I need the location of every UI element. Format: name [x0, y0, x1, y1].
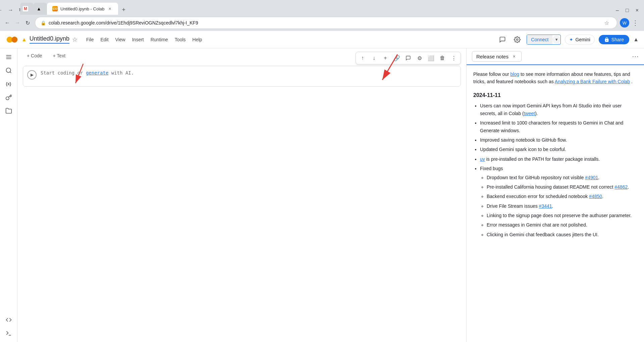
cell-toolbar-wrapper: ↑ ↓ + 🔗 ⚙ ⬜ 🗑 ⋮	[23, 66, 461, 87]
menu-tools[interactable]: Tools	[171, 35, 189, 44]
sidebar-icon-search[interactable]	[3, 64, 15, 77]
share-btn[interactable]: Share	[599, 35, 629, 44]
cell-settings-btn[interactable]: ⚙	[414, 53, 425, 63]
add-text-btn[interactable]: + Text	[49, 51, 70, 60]
cell-expand-btn[interactable]: ⬜	[426, 53, 436, 63]
menu-runtime[interactable]: Runtime	[147, 35, 171, 44]
close-btn[interactable]: ×	[633, 6, 641, 15]
cell-move-up-btn[interactable]: ↑	[357, 53, 368, 63]
comment-icon	[406, 55, 411, 61]
collapse-panel-btn[interactable]: ▲	[633, 37, 639, 43]
tweet-link[interactable]: tweet	[524, 111, 535, 116]
menu-view[interactable]: View	[112, 35, 129, 44]
colab-logo	[5, 33, 19, 46]
intro-end: .	[631, 79, 633, 84]
bug-4901: Dropdown text for GitHub repository not …	[487, 174, 637, 181]
minimize-btn[interactable]: –	[613, 6, 622, 15]
new-tab-btn[interactable]: +	[119, 5, 128, 15]
cell-placeholder-suffix: with AI.	[111, 70, 134, 76]
header-menu: File Edit View Insert Runtime Tools Help	[83, 35, 205, 44]
menu-file[interactable]: File	[83, 35, 97, 44]
bullet-gemini-icon: Updated Gemini spark icon to be colorful…	[480, 146, 637, 153]
release-date: 2024-11-11	[473, 91, 637, 100]
release-notes-header: Release notes × ⋯	[467, 48, 644, 65]
cell-toolbar: ↑ ↓ + 🔗 ⚙ ⬜ 🗑 ⋮	[356, 52, 461, 64]
release-notes-close-btn[interactable]: ×	[511, 53, 517, 59]
cell-add-btn[interactable]: +	[380, 53, 391, 63]
issue-4901[interactable]: #4901	[585, 175, 598, 180]
tab-title: Untitled0.ipynb - Colab	[60, 6, 105, 11]
cell-code-content[interactable]: Start coding or generate with AI.	[41, 70, 457, 76]
svg-point-6	[6, 68, 10, 72]
intro-text: Please follow our	[473, 71, 509, 77]
release-notes-content: Please follow our blog to see more infor…	[467, 65, 644, 342]
folder-icon	[5, 107, 12, 114]
connect-btn[interactable]: Connect	[527, 35, 552, 44]
connect-dropdown-btn[interactable]: ▾	[552, 36, 560, 44]
sidebar-icon-code-editor[interactable]	[3, 314, 15, 326]
tab-back-btn[interactable]: ←	[0, 5, 4, 15]
code-cell[interactable]: ▶ Start coding or generate with AI.	[23, 66, 461, 87]
gemini-star-icon: ✦	[569, 37, 573, 42]
sidebar-icon-files[interactable]	[3, 105, 15, 117]
issue-4850[interactable]: #4850	[589, 194, 602, 199]
sidebar-icon-terminal[interactable]	[3, 327, 15, 339]
main-content: + Code + Text ↑ ↓ + 🔗 ⚙ ⬜	[17, 48, 466, 342]
settings-btn[interactable]	[512, 34, 523, 45]
address-bar-row: ← → ↻ 🔒 colab.research.google.com/drive/…	[0, 15, 644, 31]
reload-btn[interactable]: ↻	[23, 18, 32, 28]
address-bar[interactable]: 🔒 colab.research.google.com/drive/1Ehdj9…	[35, 17, 617, 29]
key-icon	[5, 94, 12, 101]
comments-icon	[499, 36, 506, 43]
menu-insert[interactable]: Insert	[129, 35, 147, 44]
tab-close-btn[interactable]: ×	[107, 6, 113, 11]
lock-icon: 🔒	[41, 20, 46, 26]
blog-link[interactable]: blog	[511, 71, 519, 77]
generate-link[interactable]: generate	[86, 70, 108, 76]
drive-tab[interactable]: ▲	[34, 3, 47, 15]
cell-move-down-btn[interactable]: ↓	[369, 53, 379, 63]
maximize-btn[interactable]: □	[623, 6, 632, 15]
forward-btn[interactable]: →	[13, 18, 22, 28]
add-code-btn[interactable]: + Code	[23, 51, 46, 60]
code-editor-icon	[5, 316, 12, 323]
sidebar-icon-secrets[interactable]	[3, 91, 15, 103]
issue-3441[interactable]: #3441	[539, 203, 552, 209]
tab-bar: ← → ↻ M ▲ CO Untitled0.ipynb - Colab × +…	[0, 0, 644, 15]
comments-btn[interactable]	[497, 34, 508, 45]
sidebar-icon-variables[interactable]: {x}	[3, 78, 15, 90]
run-cell-btn[interactable]: ▶	[27, 70, 37, 80]
panel-more-btn[interactable]: ⋯	[632, 52, 639, 60]
cell-delete-btn[interactable]: 🗑	[437, 53, 448, 63]
play-icon: ▶	[31, 72, 34, 77]
menu-help[interactable]: Help	[189, 35, 206, 44]
colab-app: ▲ Untitled0.ipynb ☆ File Edit View Inser…	[0, 31, 644, 342]
browser-profile-avatar[interactable]: W	[620, 18, 629, 28]
star-icon[interactable]: ☆	[72, 36, 77, 43]
release-notes-tab[interactable]: Release notes ×	[472, 51, 522, 62]
connect-btn-group: Connect ▾	[527, 35, 561, 45]
cell-comment-btn[interactable]	[403, 53, 414, 63]
issue-4862[interactable]: #4862	[614, 184, 628, 190]
search-icon	[5, 67, 12, 74]
back-btn[interactable]: ←	[3, 18, 12, 28]
bookmark-icon[interactable]: ☆	[602, 18, 611, 28]
cell-more-btn[interactable]: ⋮	[448, 53, 459, 63]
colab-tab[interactable]: CO Untitled0.ipynb - Colab ×	[47, 3, 118, 15]
notebook-link[interactable]: Analyzing a Bank Failure with Colab	[555, 79, 630, 84]
gmail-tab[interactable]: M	[20, 3, 34, 15]
sidebar-icon-toc[interactable]	[3, 51, 15, 63]
browser-menu-btn[interactable]: ⋮	[632, 19, 639, 27]
drive-icon: ▲	[21, 37, 27, 43]
menu-edit[interactable]: Edit	[97, 35, 112, 44]
gmail-favicon: M	[23, 6, 28, 11]
cell-placeholder-text: Start coding or	[41, 70, 83, 76]
cell-link-btn[interactable]: 🔗	[391, 53, 402, 63]
intro-paragraph: Please follow our blog to see more infor…	[473, 70, 637, 86]
tab-forward-btn[interactable]: →	[7, 5, 15, 15]
bug-4850: Backend execution error for scheduled no…	[487, 193, 637, 200]
browser-chrome: ← → ↻ M ▲ CO Untitled0.ipynb - Colab × +…	[0, 0, 644, 31]
uv-link[interactable]: uv	[480, 156, 485, 162]
notebook-title[interactable]: Untitled0.ipynb	[30, 35, 69, 44]
gemini-btn[interactable]: ✦ Gemini	[565, 35, 594, 45]
